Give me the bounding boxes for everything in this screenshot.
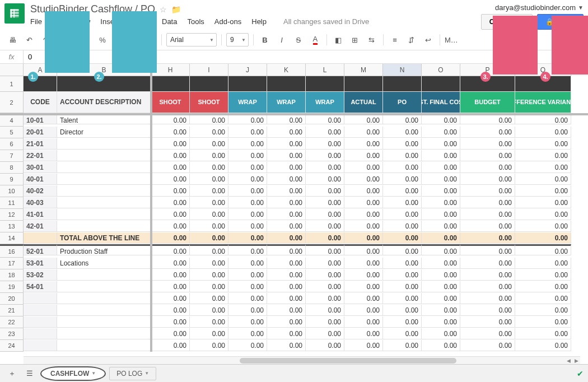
menu-data[interactable]: Data [162,17,177,26]
cell-value[interactable]: 0.00 [515,305,571,316]
row-header[interactable]: 5 [0,127,24,138]
cell-value[interactable]: 0.00 [515,258,571,269]
cell-desc[interactable] [57,269,151,281]
cell-value[interactable]: 0.00 [344,197,383,208]
col-header-K[interactable]: K [267,64,306,76]
cell-value[interactable]: 0.00 [515,174,571,185]
cell-code[interactable] [24,316,57,328]
cell-value[interactable]: 0.00 [422,174,460,185]
row-header[interactable]: 2 [0,92,24,113]
horizontal-scrollbar[interactable]: ◀ ▶ [24,356,580,364]
cell-value[interactable]: 0.00 [267,340,306,351]
cell-value[interactable]: 0.00 [383,162,422,173]
cell-value[interactable]: 0.00 [151,232,190,244]
account-dropdown-icon[interactable]: ▼ [578,4,584,11]
cell-value[interactable]: 0.00 [344,281,383,292]
all-sheets-button[interactable]: ☰ [22,367,37,380]
cell-desc[interactable] [57,328,151,339]
cell-value[interactable]: 0.00 [460,174,515,185]
cell-value[interactable]: 0.00 [306,269,344,281]
cell-value[interactable]: 0.00 [422,244,460,255]
cell-value[interactable]: 0.00 [151,127,190,138]
text-color-icon[interactable]: A [309,33,322,46]
cell-code[interactable]: 30-01 [24,162,57,173]
cell-value[interactable]: 0.00 [515,232,571,244]
col-header-J[interactable]: J [228,64,267,76]
row-header[interactable]: 24 [0,340,24,352]
row-header[interactable]: 23 [0,328,24,340]
more-icon[interactable]: M… [445,33,458,46]
cell-value[interactable]: 0.00 [422,209,460,220]
row-header[interactable]: 7 [0,150,24,162]
cell[interactable] [57,76,151,92]
menu-tools[interactable]: Tools [187,17,204,26]
cell-value[interactable]: 0.00 [460,281,515,292]
cell-value[interactable]: 0.00 [344,221,383,232]
cell-value[interactable]: 0.00 [228,138,267,150]
freeze-line-vertical[interactable] [150,64,152,352]
cell-value[interactable]: 0.00 [306,174,344,185]
cell-value[interactable]: 0.00 [515,150,571,161]
cell-value[interactable]: 0.00 [228,209,267,220]
cell-value[interactable]: 0.00 [422,340,460,351]
cell-value[interactable]: 0.00 [344,232,383,244]
row-header[interactable]: 18 [0,269,24,281]
cell-value[interactable]: 0.00 [151,328,190,339]
cell-value[interactable]: 0.00 [267,293,306,304]
col-header-N[interactable]: N [383,64,422,76]
cell-value[interactable]: 0.00 [151,174,190,185]
col-header-O[interactable]: O [422,64,460,76]
sheets-logo[interactable] [4,3,25,24]
cell[interactable] [190,76,228,92]
menu-format[interactable]: Format [129,17,152,26]
scrollbar-thumb[interactable] [240,358,456,364]
cell-code[interactable]: 52-01 [24,244,57,255]
strikethrough-icon[interactable]: S [292,33,305,46]
row-header[interactable]: 9 [0,174,24,185]
cell-value[interactable]: 0.00 [306,316,344,328]
cell-value[interactable]: 0.00 [190,269,228,281]
cell-code[interactable]: 40-02 [24,185,57,197]
cell-value[interactable]: 0.00 [344,174,383,185]
row-header[interactable]: 1 [0,76,24,92]
cell-desc[interactable]: Locations [57,258,151,269]
cell-value[interactable]: 0.00 [422,281,460,292]
column-title[interactable]: BUDGET [460,92,515,113]
scroll-right-icon[interactable]: ▶ [572,358,580,364]
cell-value[interactable]: 0.00 [383,127,422,138]
column-title[interactable]: WRAP [306,92,344,113]
scroll-left-icon[interactable]: ◀ [564,358,572,364]
cell-desc[interactable] [57,209,151,220]
cell-value[interactable]: 0.00 [460,244,515,255]
row-header[interactable]: 12 [0,209,24,221]
align-icon[interactable]: ≡ [388,33,402,46]
cell-value[interactable]: 0.00 [383,340,422,351]
user-email[interactable]: darya@studiobinder.com [495,3,576,12]
cell-value[interactable]: 0.00 [460,258,515,269]
cell-value[interactable]: 0.00 [306,138,344,150]
cell-value[interactable]: 0.00 [151,244,190,255]
cell-value[interactable]: 0.00 [515,269,571,281]
cell-code[interactable]: 20-01 [24,127,57,138]
cell-value[interactable]: 0.00 [344,340,383,351]
cell-desc[interactable] [57,197,151,208]
column-title[interactable]: SHOOT [190,92,228,113]
cell-header-desc[interactable]: ACCOUNT DESCRIPTION [57,92,151,113]
font-size-select[interactable]: 9 [226,33,249,46]
menu-add-ons[interactable]: Add-ons [214,17,241,26]
cell-value[interactable]: 0.00 [344,305,383,316]
cell-value[interactable]: 0.00 [267,127,306,138]
cell-value[interactable]: 0.00 [151,185,190,197]
cell-value[interactable]: 0.00 [267,221,306,232]
cell-value[interactable]: 0.00 [344,316,383,328]
cell-value[interactable]: 0.00 [383,269,422,281]
cell-value[interactable]: 0.00 [306,197,344,208]
cell-value[interactable]: 0.00 [306,162,344,173]
cell-value[interactable]: 0.00 [460,316,515,328]
cell-value[interactable]: 0.00 [460,232,515,244]
cell[interactable] [151,76,190,92]
cell-value[interactable]: 0.00 [422,269,460,281]
column-title[interactable]: SHOOT [151,92,190,113]
cell-code[interactable]: 40-03 [24,197,57,208]
cell-value[interactable]: 0.00 [267,197,306,208]
